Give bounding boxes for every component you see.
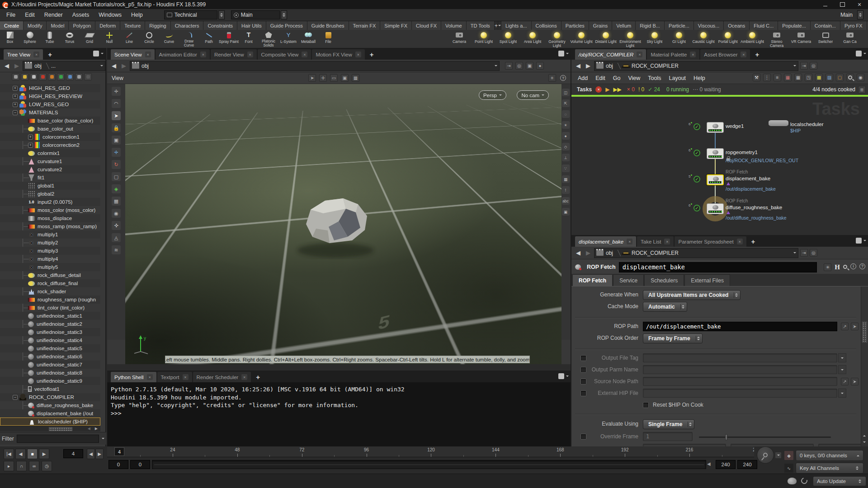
close-icon[interactable]: × — [627, 239, 632, 244]
expand-icon[interactable]: + — [13, 102, 18, 107]
tree-item-unifiednoise-static7[interactable]: unifiednoise_static7 — [0, 361, 100, 369]
node-name-input[interactable]: displacement_bake — [619, 262, 817, 272]
crumb-rock-compiler[interactable]: ROCK_COMPILER — [632, 250, 679, 256]
main-toolset-selector[interactable]: Main — [231, 10, 280, 19]
close-icon[interactable]: × — [737, 239, 743, 244]
tree-item-multiply5[interactable]: ×multiply5 — [0, 263, 100, 271]
pane-split-icon[interactable] — [856, 238, 862, 244]
light-filter-icon[interactable] — [21, 73, 28, 80]
tab-asset-browser[interactable]: Asset Browser× — [700, 49, 750, 60]
step-back-button[interactable]: ◀ — [87, 449, 95, 459]
play-button[interactable]: ▶ — [39, 449, 49, 459]
pane-split-icon[interactable] — [93, 51, 99, 56]
external-hip-file-menu-icon[interactable] — [838, 389, 846, 398]
tree-item-base-color-out[interactable]: base_color_out — [0, 125, 100, 133]
tab-tree-view[interactable]: Tree View× — [4, 49, 43, 60]
text-abc-icon[interactable]: abc — [562, 197, 570, 205]
external-hip-file-input[interactable] — [643, 389, 837, 398]
camera-filter-icon[interactable] — [30, 73, 38, 80]
link-mode-icon[interactable]: ◎ — [515, 62, 523, 70]
tree-item-base-color-base-color[interactable]: base_color (base_color) — [0, 117, 100, 125]
technical-menu-spinner[interactable] — [218, 10, 225, 19]
playhead[interactable]: 4 — [114, 447, 124, 456]
sticky-note-icon[interactable]: ▩ — [815, 74, 823, 81]
pin-pane-icon[interactable]: ⇥ — [800, 62, 808, 70]
playback-range-slider[interactable] — [152, 460, 706, 469]
back-arrow-icon[interactable]: ◀ — [110, 62, 118, 69]
forward-arrow-icon[interactable]: ▶ — [584, 249, 592, 256]
node-ropgeometry1[interactable] — [707, 148, 724, 159]
shelf-tool-portal-light[interactable]: Portal Light — [716, 30, 740, 48]
maximize-button[interactable] — [834, 0, 851, 9]
chop-filter-icon[interactable] — [75, 73, 83, 80]
main-toolset-spinner[interactable] — [281, 10, 287, 19]
shelf-tab-lights-a[interactable]: Lights a... — [501, 21, 532, 30]
slider-handle[interactable] — [725, 434, 727, 440]
shelf-tab-oceans[interactable]: Oceans — [724, 21, 750, 30]
tab-obj-rock-compiler[interactable]: /obj/ROCK_COMPILER× — [575, 49, 646, 60]
menu-edit[interactable]: Edit — [25, 12, 35, 18]
rotate-tool-icon[interactable]: ↻ — [112, 160, 121, 169]
tree-item-multiply2[interactable]: ×multiply2 — [0, 239, 100, 247]
tree-item-moss-color-moss-color[interactable]: moss_color (moss_color) — [0, 206, 100, 214]
net-menu-help[interactable]: Help — [693, 75, 705, 81]
shelf-tab-collisions[interactable]: Collisions — [532, 21, 561, 30]
cache-mode-dropdown[interactable]: Automatic — [643, 302, 687, 312]
shelf-tool-sphere[interactable]: Sphere — [20, 30, 40, 47]
scroll-up-icon[interactable] — [863, 435, 866, 436]
global-start-field[interactable]: 0 — [108, 460, 128, 469]
top-filter-icon[interactable] — [84, 73, 92, 80]
tree-item-rock-shader[interactable]: rock_shader — [0, 287, 100, 296]
find-icon[interactable] — [846, 74, 854, 81]
expand-icon[interactable]: + — [13, 86, 18, 91]
stop-button[interactable]: ■ — [27, 449, 38, 459]
key-options-icon[interactable] — [775, 452, 782, 459]
scene-path-selector[interactable]: obj — [130, 61, 500, 71]
shelf-tool-area-light[interactable]: Area Light — [520, 30, 545, 48]
cancel-tasks-icon[interactable]: × — [595, 86, 602, 93]
shelf-tab-rigging[interactable]: Rigging — [145, 21, 170, 30]
shelf-tab-pyro-fx[interactable]: Pyro FX — [840, 21, 867, 30]
node-localscheduler[interactable] — [769, 120, 788, 126]
tree-item-multiply1[interactable]: ×multiply1 — [0, 230, 100, 239]
grid-layout-icon[interactable]: ▦ — [794, 74, 802, 81]
shelf-tab-characters[interactable]: Characters — [171, 21, 204, 30]
shelf-tab-grains[interactable]: Grains — [589, 21, 612, 30]
evaluate-using-dropdown[interactable]: Single Frame — [643, 419, 694, 429]
camera-selector[interactable]: No cam — [517, 90, 549, 100]
tree-item-localscheduler-hip[interactable]: localscheduler ($HIP) — [0, 418, 100, 426]
shelf-tab-rigid-b[interactable]: Rigid B... — [636, 21, 665, 30]
shelf-tab-contain[interactable]: Contain... — [811, 21, 840, 30]
close-icon[interactable]: × — [637, 52, 642, 57]
tree-path-selector[interactable]: obj ... — [23, 61, 105, 71]
path-dropdown-icon[interactable] — [495, 65, 497, 66]
tab-material-palette[interactable]: Material Palette× — [647, 49, 699, 60]
shelf-tab-vellum[interactable]: Vellum — [612, 21, 636, 30]
net-menu-tools[interactable]: Tools — [648, 75, 661, 81]
tab-motion-fx-view[interactable]: Motion FX View× — [312, 49, 364, 60]
houdini-help-icon[interactable]: H — [835, 263, 840, 271]
view-tool-icon[interactable]: ✛ — [112, 87, 121, 96]
tree-horizontal-scrollbar[interactable]: ◀ ▶ — [0, 426, 100, 432]
rop-filter-icon[interactable] — [66, 73, 74, 80]
dropdown-spinner-icon[interactable] — [696, 336, 701, 341]
follow-mode-icon[interactable]: ◎ — [810, 62, 817, 70]
collapse-icon[interactable]: − — [13, 395, 18, 400]
tree-item-rock-diffuse-final[interactable]: rock_diffuse_final — [0, 279, 100, 287]
object-filter-icon[interactable] — [12, 73, 19, 80]
tree-item-unifiednoise-static9[interactable]: unifiednoise_static9 — [0, 377, 100, 385]
shelf-tool-box[interactable]: Box — [0, 30, 20, 47]
tree-item-colormix1[interactable]: colormix1 — [0, 149, 100, 157]
filter-menu-icon[interactable] — [102, 438, 104, 439]
menu-file[interactable]: File — [6, 12, 15, 18]
back-arrow-icon[interactable]: ◀ — [574, 249, 582, 256]
net-menu-add[interactable]: Add — [578, 75, 588, 81]
tree-item-low-res-geo[interactable]: +LOW_RES_GEO — [0, 100, 100, 108]
technical-menu-selector[interactable]: Technical — [164, 10, 217, 19]
close-icon[interactable]: × — [741, 52, 746, 57]
expand-icon[interactable]: + — [28, 135, 33, 140]
pane-menu-icon[interactable] — [863, 240, 866, 241]
op-jump-icon[interactable]: ↗ — [841, 378, 849, 385]
shelf-tab-populate[interactable]: Populate... — [778, 21, 811, 30]
shelf-tab-guide-brushes[interactable]: Guide Brushes — [307, 21, 349, 30]
